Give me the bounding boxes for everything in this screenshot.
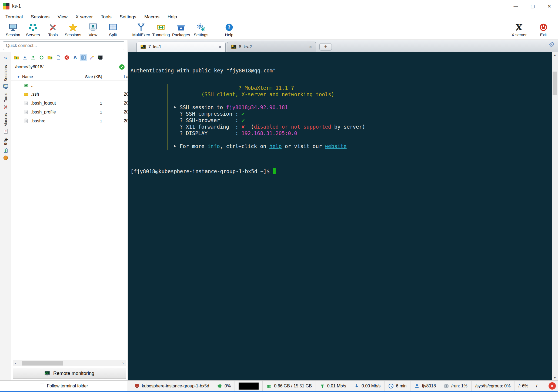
side-tab-sessions[interactable]: Sessions (3, 64, 8, 89)
terminal-text: ✔ (242, 111, 245, 117)
toolbar-x-server[interactable]: XX server (509, 23, 529, 39)
file-row[interactable]: .bashrc120 (11, 116, 128, 125)
menu-tools[interactable]: Tools (97, 12, 116, 22)
terminal-link[interactable]: website (325, 143, 347, 149)
sftp-new-file-icon[interactable] (55, 54, 62, 61)
tree-expander-icon[interactable]: ▼ (17, 75, 20, 78)
terminal-tab-7-ks-1[interactable]: 7. ks-1✕ (136, 42, 226, 52)
window-controls: — ▢ ✕ (507, 0, 558, 12)
remote-monitoring-button[interactable]: Remote monitoring (13, 368, 126, 379)
scroll-down-icon[interactable]: ▼ (552, 375, 558, 380)
sftp-rename-icon[interactable]: A (71, 54, 79, 61)
sftp-upload-icon[interactable] (29, 54, 37, 61)
close-button[interactable]: ✕ (541, 0, 558, 12)
sftp-download-icon[interactable] (21, 54, 29, 61)
svg-text:?: ? (228, 24, 230, 30)
side-tab-tools[interactable]: Tools (3, 91, 8, 110)
toolbar-servers[interactable]: Servers (23, 23, 43, 39)
status-item: /: 6% (514, 381, 532, 391)
scrollbar-thumb[interactable] (553, 72, 557, 95)
sftp-delete-icon[interactable] (63, 54, 71, 61)
terminal-tab-8-ks-2[interactable]: 8. ks-2✕ (227, 42, 316, 52)
terminal[interactable]: Authenticating with public key "fjy8018@… (128, 52, 552, 380)
column-last[interactable]: La (113, 74, 128, 79)
tunneling-icon (156, 23, 166, 32)
toolbar-packages[interactable]: Packages (171, 23, 191, 39)
sftp-new-folder-icon[interactable] (46, 54, 54, 61)
monitoring-icon (44, 370, 50, 376)
file-icon (24, 118, 29, 123)
toolbar-tunneling[interactable]: Tunneling (151, 23, 171, 39)
status-item: /run: 1% (440, 381, 472, 391)
minimize-button[interactable]: — (507, 0, 524, 12)
toolbar-sessions[interactable]: Sessions (63, 23, 83, 39)
terminal-scrollbar[interactable]: ▲ ▼ (552, 52, 558, 380)
toolbar-exit[interactable]: Exit (533, 23, 553, 39)
collapse-sidebar-button[interactable]: « (4, 54, 7, 60)
sftp-panel: A ✔ ▼ Name Size (KB) La ...ssh20.bash_lo… (11, 52, 128, 380)
menu-sessions[interactable]: Sessions (27, 12, 54, 22)
terminal-text (171, 137, 173, 143)
scroll-left-icon[interactable]: ‹ (13, 361, 18, 365)
terminal-text: info (208, 143, 220, 149)
toolbar-tools[interactable]: Tools (43, 23, 63, 39)
file-row[interactable]: .bash_profile120 (11, 108, 128, 116)
column-name[interactable]: Name (22, 74, 33, 79)
scrollbar-thumb[interactable] (22, 361, 63, 366)
terminal-line: ? X11-forwarding : ✘ (disabled or not su… (171, 123, 365, 130)
svg-text:A: A (73, 55, 77, 60)
terminal-text: ? MobaXterm 11.1 ? (171, 85, 294, 91)
sftp-refresh-icon[interactable] (38, 54, 45, 61)
file-row[interactable]: .bash_logout120 (11, 99, 128, 108)
toolbar-split[interactable]: Split (103, 23, 123, 39)
toolbar-help[interactable]: ?Help (219, 23, 239, 39)
orange-dot-icon (3, 155, 8, 162)
scroll-right-icon[interactable]: › (120, 361, 126, 365)
terminal-text: ➤ For more (171, 143, 208, 149)
menu-terminal[interactable]: Terminal (1, 12, 27, 22)
scroll-up-icon[interactable]: ▲ (552, 52, 558, 58)
terminal-line: ? SSH compression : ✔ (171, 110, 365, 117)
follow-terminal-checkbox[interactable] (40, 384, 44, 388)
sftp-horizontal-scrollbar[interactable]: ‹ › (13, 360, 126, 366)
tab-close-icon[interactable]: ✕ (218, 45, 222, 49)
paperclip-icon[interactable] (547, 42, 554, 49)
status-item: 0.66 GB / 15.51 GB (263, 381, 316, 391)
sftp-path-input[interactable] (13, 63, 126, 71)
menu-help[interactable]: Help (163, 12, 181, 22)
sftp-toolbar: A (11, 52, 128, 63)
maximize-button[interactable]: ▢ (524, 0, 541, 12)
sftp-wand-icon[interactable] (88, 54, 96, 61)
folder-up-icon (24, 83, 29, 88)
menu-macros[interactable]: Macros (140, 12, 163, 22)
sftp-folder-up-icon[interactable] (13, 54, 20, 61)
multiexec-icon (136, 23, 146, 32)
file-row[interactable]: .. (11, 81, 128, 90)
toolbar-session[interactable]: Session (3, 23, 23, 39)
tab-close-icon[interactable]: ✕ (309, 45, 312, 49)
terminal-link[interactable]: help (269, 143, 282, 149)
session-icon (8, 23, 18, 32)
terminal-text (171, 98, 173, 104)
help-icon: ? (225, 23, 234, 32)
side-tab-sftp[interactable]: Sftp (3, 136, 8, 153)
mini-terminal-icon (231, 45, 236, 49)
close-circle-icon[interactable]: ✕ (549, 382, 556, 390)
side-tab-macros[interactable]: Macros (3, 112, 8, 134)
toolbar-settings[interactable]: Settings (191, 23, 211, 39)
menu-x-server[interactable]: X server (72, 12, 97, 22)
status-item: fjy8018 (410, 381, 440, 391)
terminal-line: (SSH client, X-server and networking too… (171, 91, 365, 98)
column-size[interactable]: Size (KB) (81, 74, 113, 79)
sftp-terminal-follow-icon[interactable] (96, 54, 104, 61)
new-tab-button[interactable]: + (319, 43, 332, 51)
menu-settings[interactable]: Settings (116, 12, 140, 22)
quick-connect-input[interactable] (3, 41, 124, 50)
folder-icon (24, 92, 29, 97)
terminal-text: or visit our (282, 143, 325, 149)
file-row[interactable]: .ssh20 (11, 90, 128, 99)
sftp-panes-icon[interactable] (80, 54, 87, 61)
toolbar-multiexec[interactable]: MultiExec (131, 23, 151, 39)
toolbar-view[interactable]: View (83, 23, 103, 39)
menu-view[interactable]: View (54, 12, 72, 22)
